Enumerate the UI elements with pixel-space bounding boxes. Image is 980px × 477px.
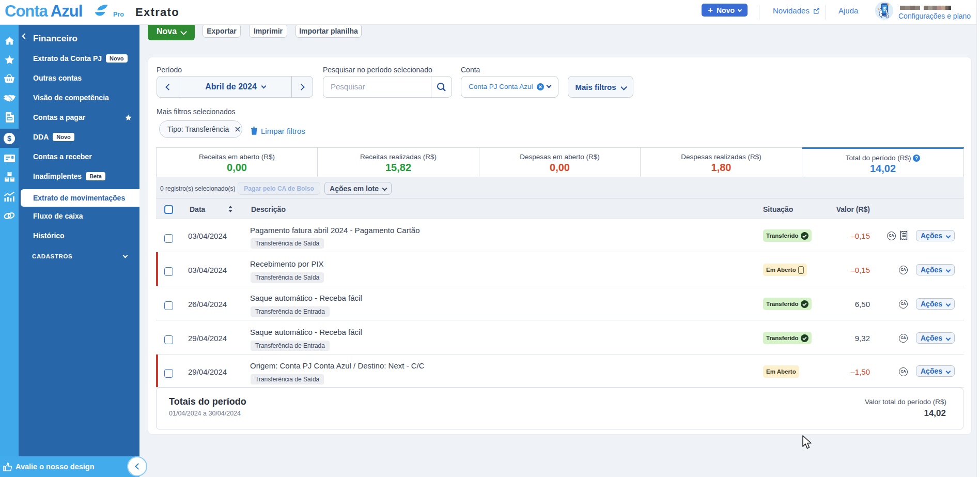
svg-text:$: $ [7,134,11,143]
svg-text:?: ? [915,156,918,161]
